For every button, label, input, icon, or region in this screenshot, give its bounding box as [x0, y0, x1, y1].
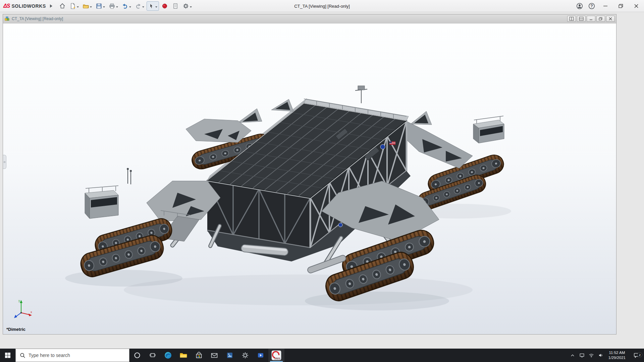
assembly-document-icon: [4, 16, 10, 21]
app-icon-edge[interactable]: [160, 349, 176, 362]
close-icon: [629, 0, 644, 12]
notification-count-badge: 2: [637, 352, 642, 357]
document-window-controls: [566, 16, 615, 22]
left-control-cab[interactable]: [85, 186, 118, 219]
print-button[interactable]: [107, 1, 120, 11]
restore-button[interactable]: [613, 0, 629, 12]
select-cursor-icon: [148, 3, 155, 9]
graphics-viewport[interactable]: y x *Dimetric: [3, 23, 616, 334]
app-icon-settings[interactable]: [237, 349, 253, 362]
cortana-icon: [133, 352, 141, 359]
svg-text:2021: 2021: [274, 357, 280, 360]
system-tray: 11:52 AM 1/29/2021 2: [568, 349, 644, 362]
tile-horizontal-icon: [569, 17, 574, 21]
wifi-icon: [588, 352, 594, 358]
action-center-button[interactable]: 2: [629, 352, 644, 359]
app-icon-mail[interactable]: [207, 349, 222, 362]
app-icon-movies-tv[interactable]: [253, 349, 268, 362]
dropdown-caret-icon[interactable]: [90, 6, 92, 9]
document-window: CT_TA [Viewing] [Read-only]: [3, 14, 616, 335]
file-properties-button[interactable]: [170, 1, 180, 11]
tray-network-button[interactable]: [587, 352, 596, 358]
redo-icon: [135, 3, 142, 9]
tile-horizontal-button[interactable]: [567, 16, 576, 22]
speaker-icon: [598, 352, 604, 358]
undo-icon: [122, 3, 128, 9]
quick-access-toolbar: [57, 1, 194, 11]
rear-right-corner-housing[interactable]: [400, 121, 473, 168]
z-axis: [16, 313, 21, 316]
doc-minimize-button[interactable]: [587, 16, 595, 22]
undo-button[interactable]: [120, 1, 133, 11]
account-button[interactable]: [574, 1, 586, 11]
redo-button[interactable]: [133, 1, 146, 11]
minimize-button[interactable]: [598, 0, 613, 12]
save-icon: [96, 3, 102, 9]
titlebar-right-controls: ?: [574, 0, 644, 12]
home-icon: [59, 3, 66, 9]
file-explorer-icon: [179, 351, 187, 359]
windows-logo-icon: [5, 352, 11, 358]
record-dot-icon: [161, 3, 168, 9]
x-axis: [21, 313, 30, 315]
doc-close-button[interactable]: [606, 16, 615, 22]
dropdown-caret-icon[interactable]: [142, 6, 144, 9]
options-button[interactable]: [181, 1, 194, 11]
restore-icon: [598, 17, 603, 21]
task-view-button[interactable]: [145, 349, 160, 362]
mail-icon: [210, 351, 218, 359]
app-icon-photos[interactable]: [222, 349, 237, 362]
tray-pc-icon-button[interactable]: [577, 352, 587, 358]
tile-vertical-button[interactable]: [577, 16, 586, 22]
crawler-transporter-model[interactable]: [3, 23, 616, 334]
solidworks-app-icon: 2021: [271, 350, 281, 360]
svg-text:y: y: [18, 299, 20, 302]
cortana-button[interactable]: [129, 349, 145, 362]
antenna-masts: [127, 168, 131, 184]
doc-restore-button[interactable]: [596, 16, 605, 22]
tile-vertical-icon: [579, 17, 584, 21]
svg-text:x: x: [31, 310, 32, 314]
document-properties-icon: [172, 3, 179, 9]
app-icon-file-explorer[interactable]: [176, 349, 191, 362]
close-button[interactable]: [629, 0, 644, 12]
home-button[interactable]: [57, 1, 67, 11]
task-view-icon: [149, 352, 156, 359]
view-orientation-label: *Dimetric: [6, 327, 25, 332]
edge-browser-icon: [164, 351, 172, 359]
splitter-dot-icon: [4, 161, 5, 163]
save-button[interactable]: [94, 1, 107, 11]
show-hidden-icons-button[interactable]: [568, 352, 577, 358]
right-control-cab[interactable]: [473, 116, 504, 143]
app-icon-solidworks-active[interactable]: 2021: [268, 349, 284, 362]
app-icon-store[interactable]: [191, 349, 207, 362]
dropdown-caret-icon[interactable]: [129, 6, 131, 9]
new-document-button[interactable]: [68, 1, 80, 11]
chevron-up-icon: [570, 352, 576, 358]
clock[interactable]: 11:52 AM 1/29/2021: [605, 350, 629, 360]
tray-volume-button[interactable]: [596, 352, 605, 358]
document-titlebar[interactable]: CT_TA [Viewing] [Read-only]: [3, 14, 616, 23]
movies-tv-icon: [257, 351, 265, 359]
taskbar-search[interactable]: [15, 349, 129, 362]
minimize-icon: [598, 0, 613, 12]
search-input[interactable]: [29, 353, 125, 358]
select-tool-button[interactable]: [147, 1, 159, 11]
gear-icon: [182, 3, 189, 9]
new-document-icon: [69, 3, 76, 9]
monitor-icon: [579, 352, 585, 358]
dropdown-caret-icon[interactable]: [116, 6, 118, 9]
dropdown-caret-icon[interactable]: [155, 6, 157, 9]
dropdown-caret-icon[interactable]: [103, 6, 105, 9]
start-button[interactable]: [0, 349, 15, 362]
help-button[interactable]: ?: [586, 1, 598, 11]
user-account-icon: [576, 2, 583, 10]
dropdown-caret-icon[interactable]: [190, 6, 192, 9]
dropdown-caret-icon[interactable]: [77, 6, 79, 9]
clock-date: 1/29/2021: [608, 355, 626, 360]
feature-pane-splitter-handle[interactable]: [3, 155, 6, 169]
open-button[interactable]: [81, 1, 94, 11]
record-macro-button[interactable]: [160, 1, 170, 11]
open-folder-icon: [83, 3, 89, 9]
settings-gear-icon: [241, 351, 249, 359]
